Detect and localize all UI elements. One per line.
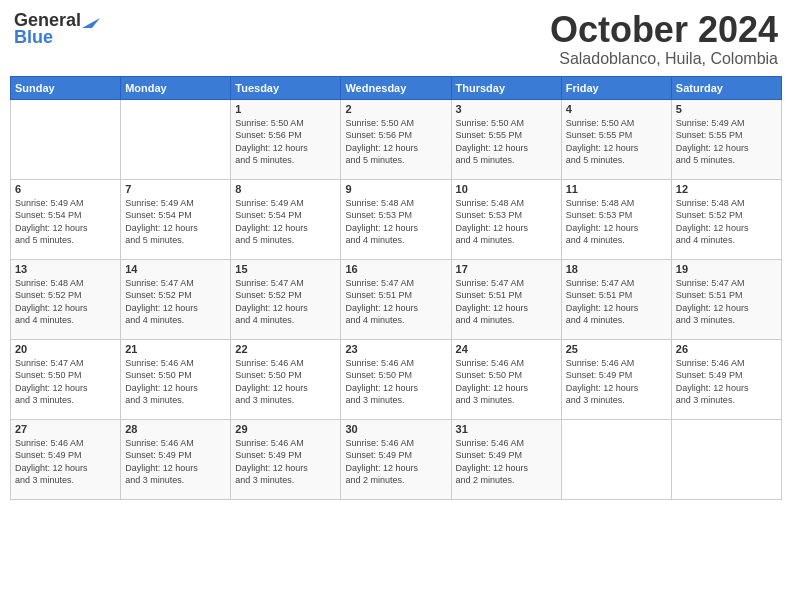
calendar-cell: 10Sunrise: 5:48 AM Sunset: 5:53 PM Dayli… xyxy=(451,179,561,259)
calendar-cell: 18Sunrise: 5:47 AM Sunset: 5:51 PM Dayli… xyxy=(561,259,671,339)
calendar-cell: 28Sunrise: 5:46 AM Sunset: 5:49 PM Dayli… xyxy=(121,419,231,499)
cell-content: Sunrise: 5:46 AM Sunset: 5:49 PM Dayligh… xyxy=(566,357,667,407)
week-row-3: 20Sunrise: 5:47 AM Sunset: 5:50 PM Dayli… xyxy=(11,339,782,419)
logo-blue: Blue xyxy=(14,27,53,48)
day-number: 31 xyxy=(456,423,557,435)
cell-content: Sunrise: 5:50 AM Sunset: 5:55 PM Dayligh… xyxy=(566,117,667,167)
cell-content: Sunrise: 5:50 AM Sunset: 5:55 PM Dayligh… xyxy=(456,117,557,167)
day-number: 2 xyxy=(345,103,446,115)
calendar-cell: 9Sunrise: 5:48 AM Sunset: 5:53 PM Daylig… xyxy=(341,179,451,259)
calendar-cell: 14Sunrise: 5:47 AM Sunset: 5:52 PM Dayli… xyxy=(121,259,231,339)
day-number: 26 xyxy=(676,343,777,355)
day-number: 16 xyxy=(345,263,446,275)
cell-content: Sunrise: 5:46 AM Sunset: 5:50 PM Dayligh… xyxy=(125,357,226,407)
header-cell-wednesday: Wednesday xyxy=(341,76,451,99)
day-number: 27 xyxy=(15,423,116,435)
calendar-cell: 3Sunrise: 5:50 AM Sunset: 5:55 PM Daylig… xyxy=(451,99,561,179)
cell-content: Sunrise: 5:47 AM Sunset: 5:52 PM Dayligh… xyxy=(125,277,226,327)
calendar-cell: 30Sunrise: 5:46 AM Sunset: 5:49 PM Dayli… xyxy=(341,419,451,499)
calendar-cell xyxy=(561,419,671,499)
cell-content: Sunrise: 5:46 AM Sunset: 5:50 PM Dayligh… xyxy=(456,357,557,407)
logo-bird-icon xyxy=(82,12,100,28)
day-number: 1 xyxy=(235,103,336,115)
cell-content: Sunrise: 5:47 AM Sunset: 5:51 PM Dayligh… xyxy=(676,277,777,327)
day-number: 17 xyxy=(456,263,557,275)
cell-content: Sunrise: 5:47 AM Sunset: 5:51 PM Dayligh… xyxy=(566,277,667,327)
header-cell-tuesday: Tuesday xyxy=(231,76,341,99)
cell-content: Sunrise: 5:47 AM Sunset: 5:51 PM Dayligh… xyxy=(456,277,557,327)
calendar-cell: 29Sunrise: 5:46 AM Sunset: 5:49 PM Dayli… xyxy=(231,419,341,499)
week-row-0: 1Sunrise: 5:50 AM Sunset: 5:56 PM Daylig… xyxy=(11,99,782,179)
calendar-cell: 26Sunrise: 5:46 AM Sunset: 5:49 PM Dayli… xyxy=(671,339,781,419)
week-row-2: 13Sunrise: 5:48 AM Sunset: 5:52 PM Dayli… xyxy=(11,259,782,339)
day-number: 4 xyxy=(566,103,667,115)
calendar-cell xyxy=(11,99,121,179)
calendar-cell: 25Sunrise: 5:46 AM Sunset: 5:49 PM Dayli… xyxy=(561,339,671,419)
day-number: 13 xyxy=(15,263,116,275)
calendar-cell: 2Sunrise: 5:50 AM Sunset: 5:56 PM Daylig… xyxy=(341,99,451,179)
day-number: 9 xyxy=(345,183,446,195)
logo: General Blue xyxy=(14,10,100,48)
calendar-header: SundayMondayTuesdayWednesdayThursdayFrid… xyxy=(11,76,782,99)
cell-content: Sunrise: 5:48 AM Sunset: 5:52 PM Dayligh… xyxy=(15,277,116,327)
calendar-cell: 15Sunrise: 5:47 AM Sunset: 5:52 PM Dayli… xyxy=(231,259,341,339)
calendar-cell: 22Sunrise: 5:46 AM Sunset: 5:50 PM Dayli… xyxy=(231,339,341,419)
day-number: 5 xyxy=(676,103,777,115)
day-number: 24 xyxy=(456,343,557,355)
cell-content: Sunrise: 5:47 AM Sunset: 5:51 PM Dayligh… xyxy=(345,277,446,327)
cell-content: Sunrise: 5:47 AM Sunset: 5:52 PM Dayligh… xyxy=(235,277,336,327)
day-number: 29 xyxy=(235,423,336,435)
calendar-cell: 24Sunrise: 5:46 AM Sunset: 5:50 PM Dayli… xyxy=(451,339,561,419)
day-number: 10 xyxy=(456,183,557,195)
calendar-cell xyxy=(671,419,781,499)
day-number: 11 xyxy=(566,183,667,195)
cell-content: Sunrise: 5:48 AM Sunset: 5:53 PM Dayligh… xyxy=(345,197,446,247)
header-row: SundayMondayTuesdayWednesdayThursdayFrid… xyxy=(11,76,782,99)
cell-content: Sunrise: 5:46 AM Sunset: 5:49 PM Dayligh… xyxy=(15,437,116,487)
cell-content: Sunrise: 5:49 AM Sunset: 5:54 PM Dayligh… xyxy=(15,197,116,247)
day-number: 15 xyxy=(235,263,336,275)
calendar-table: SundayMondayTuesdayWednesdayThursdayFrid… xyxy=(10,76,782,500)
title-block: October 2024 Saladoblanco, Huila, Colomb… xyxy=(550,10,778,68)
week-row-1: 6Sunrise: 5:49 AM Sunset: 5:54 PM Daylig… xyxy=(11,179,782,259)
cell-content: Sunrise: 5:49 AM Sunset: 5:54 PM Dayligh… xyxy=(125,197,226,247)
day-number: 20 xyxy=(15,343,116,355)
day-number: 28 xyxy=(125,423,226,435)
day-number: 14 xyxy=(125,263,226,275)
cell-content: Sunrise: 5:48 AM Sunset: 5:53 PM Dayligh… xyxy=(456,197,557,247)
day-number: 3 xyxy=(456,103,557,115)
day-number: 30 xyxy=(345,423,446,435)
calendar-cell: 27Sunrise: 5:46 AM Sunset: 5:49 PM Dayli… xyxy=(11,419,121,499)
cell-content: Sunrise: 5:46 AM Sunset: 5:49 PM Dayligh… xyxy=(456,437,557,487)
cell-content: Sunrise: 5:46 AM Sunset: 5:50 PM Dayligh… xyxy=(235,357,336,407)
cell-content: Sunrise: 5:46 AM Sunset: 5:50 PM Dayligh… xyxy=(345,357,446,407)
title-location: Saladoblanco, Huila, Colombia xyxy=(550,50,778,68)
calendar-cell: 17Sunrise: 5:47 AM Sunset: 5:51 PM Dayli… xyxy=(451,259,561,339)
calendar-cell: 11Sunrise: 5:48 AM Sunset: 5:53 PM Dayli… xyxy=(561,179,671,259)
calendar-cell: 20Sunrise: 5:47 AM Sunset: 5:50 PM Dayli… xyxy=(11,339,121,419)
calendar-cell: 7Sunrise: 5:49 AM Sunset: 5:54 PM Daylig… xyxy=(121,179,231,259)
day-number: 6 xyxy=(15,183,116,195)
cell-content: Sunrise: 5:48 AM Sunset: 5:52 PM Dayligh… xyxy=(676,197,777,247)
calendar-cell: 21Sunrise: 5:46 AM Sunset: 5:50 PM Dayli… xyxy=(121,339,231,419)
day-number: 19 xyxy=(676,263,777,275)
day-number: 8 xyxy=(235,183,336,195)
cell-content: Sunrise: 5:46 AM Sunset: 5:49 PM Dayligh… xyxy=(125,437,226,487)
cell-content: Sunrise: 5:50 AM Sunset: 5:56 PM Dayligh… xyxy=(235,117,336,167)
calendar-cell: 6Sunrise: 5:49 AM Sunset: 5:54 PM Daylig… xyxy=(11,179,121,259)
cell-content: Sunrise: 5:49 AM Sunset: 5:55 PM Dayligh… xyxy=(676,117,777,167)
calendar-cell: 1Sunrise: 5:50 AM Sunset: 5:56 PM Daylig… xyxy=(231,99,341,179)
cell-content: Sunrise: 5:49 AM Sunset: 5:54 PM Dayligh… xyxy=(235,197,336,247)
week-row-4: 27Sunrise: 5:46 AM Sunset: 5:49 PM Dayli… xyxy=(11,419,782,499)
day-number: 22 xyxy=(235,343,336,355)
day-number: 7 xyxy=(125,183,226,195)
header-cell-monday: Monday xyxy=(121,76,231,99)
cell-content: Sunrise: 5:50 AM Sunset: 5:56 PM Dayligh… xyxy=(345,117,446,167)
calendar-body: 1Sunrise: 5:50 AM Sunset: 5:56 PM Daylig… xyxy=(11,99,782,499)
calendar-cell: 5Sunrise: 5:49 AM Sunset: 5:55 PM Daylig… xyxy=(671,99,781,179)
cell-content: Sunrise: 5:46 AM Sunset: 5:49 PM Dayligh… xyxy=(235,437,336,487)
header-cell-saturday: Saturday xyxy=(671,76,781,99)
title-month: October 2024 xyxy=(550,10,778,50)
calendar-cell: 31Sunrise: 5:46 AM Sunset: 5:49 PM Dayli… xyxy=(451,419,561,499)
svg-marker-0 xyxy=(82,18,100,28)
